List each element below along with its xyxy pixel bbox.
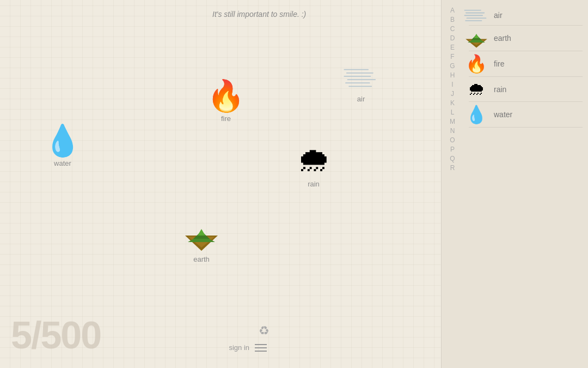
fire-icon: 🔥 — [207, 81, 245, 111]
rain-icon: 🌧 — [297, 143, 330, 177]
alpha-letter-i[interactable]: I — [442, 80, 463, 89]
sidebar-air-label: air — [494, 11, 503, 20]
sign-in-button[interactable]: sign in — [229, 343, 249, 352]
earth-canvas-label: earth — [193, 255, 210, 263]
air-canvas-icon — [342, 64, 380, 92]
alpha-letter-m[interactable]: M — [442, 117, 463, 126]
alpha-letter-f[interactable]: F — [442, 52, 463, 61]
sidebar-item-air[interactable]: air — [463, 5, 588, 25]
hamburger-line-3 — [255, 351, 267, 352]
sidebar-earth-icon — [463, 28, 489, 49]
alpha-letter-j[interactable]: J — [442, 89, 463, 98]
main-canvas[interactable]: It's still important to smile. :) 💧 wate… — [0, 0, 436, 368]
recycle-icon[interactable]: ♻ — [259, 324, 270, 338]
sidebar-item-rain[interactable]: 🌧rain — [463, 77, 588, 101]
rain-label: rain — [308, 180, 320, 188]
sidebar-elements-list: air earth🔥fire🌧rain💧water — [463, 0, 588, 128]
sidebar-alphabet: ABCDEFGHIJKLMNOPQR — [442, 0, 463, 368]
message-text: It's still important to smile. :) — [212, 10, 306, 19]
alpha-letter-c[interactable]: C — [442, 24, 463, 33]
alpha-letter-a[interactable]: A — [442, 5, 463, 15]
alpha-letter-r[interactable]: R — [442, 163, 463, 172]
alpha-letter-e[interactable]: E — [442, 43, 463, 52]
sidebar-item-earth[interactable]: earth — [463, 26, 588, 51]
sidebar-rain-icon: 🌧 — [463, 79, 489, 99]
alpha-letter-o[interactable]: O — [442, 135, 463, 144]
earth-icon — [182, 219, 220, 252]
sign-in-area[interactable]: sign in — [229, 343, 267, 352]
alpha-letter-d[interactable]: D — [442, 33, 463, 43]
sidebar-fire-label: fire — [494, 59, 504, 68]
sidebar-fire-icon: 🔥 — [463, 53, 489, 74]
sidebar-earth-label: earth — [494, 34, 511, 43]
fire-label: fire — [221, 114, 231, 123]
hamburger-menu-icon[interactable] — [255, 344, 267, 352]
alpha-letter-g[interactable]: G — [442, 61, 463, 70]
svg-marker-10 — [198, 229, 205, 236]
rain-element[interactable]: 🌧 rain — [297, 143, 330, 188]
water-element[interactable]: 💧 water — [44, 125, 82, 167]
air-element[interactable]: air — [342, 64, 380, 103]
sidebar-item-water[interactable]: 💧water — [463, 102, 588, 127]
alpha-letter-k[interactable]: K — [442, 98, 463, 107]
alpha-letter-n[interactable]: N — [442, 126, 463, 135]
water-label: water — [54, 159, 71, 167]
hamburger-line-2 — [255, 347, 267, 348]
alpha-letter-l[interactable]: L — [442, 107, 463, 117]
sidebar-rain-label: rain — [494, 85, 506, 94]
sidebar: ABCDEFGHIJKLMNOPQR air earth🔥fire🌧rain💧w… — [441, 0, 588, 368]
water-icon: 💧 — [44, 125, 82, 156]
score-display: 5/500 — [11, 313, 101, 357]
fire-element[interactable]: 🔥 fire — [207, 81, 245, 123]
alpha-letter-h[interactable]: H — [442, 70, 463, 80]
sidebar-item-fire[interactable]: 🔥fire — [463, 51, 588, 76]
earth-element[interactable]: earth — [182, 219, 220, 263]
sidebar-air-icon — [463, 8, 489, 23]
hamburger-line-1 — [255, 344, 267, 345]
sidebar-water-icon: 💧 — [463, 104, 489, 125]
alpha-letter-b[interactable]: B — [442, 15, 463, 24]
alpha-letter-q[interactable]: Q — [442, 154, 463, 163]
alpha-letter-p[interactable]: P — [442, 144, 463, 154]
sidebar-water-label: water — [494, 110, 512, 119]
air-canvas-label: air — [357, 95, 365, 103]
svg-marker-20 — [474, 34, 479, 38]
